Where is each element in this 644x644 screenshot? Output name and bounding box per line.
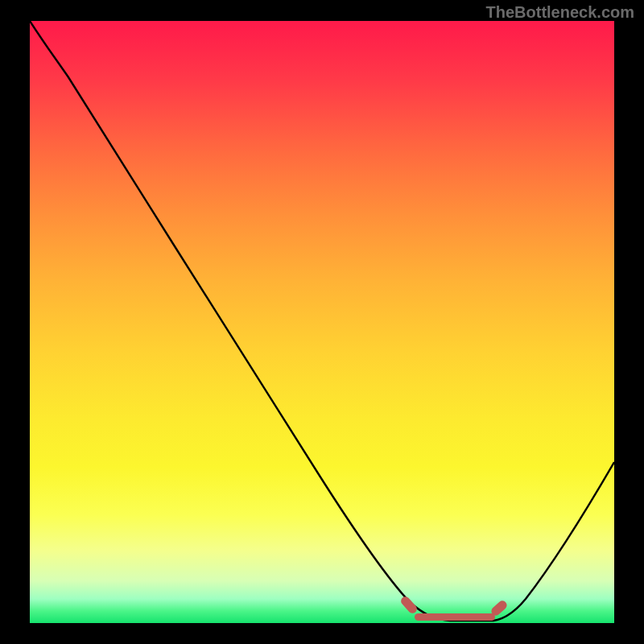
watermark-text: TheBottleneck.com: [486, 3, 634, 22]
chart-plot-area: [30, 21, 614, 623]
bottleneck-curve-path: [30, 21, 614, 621]
curve-minimum-highlight-flat: [415, 613, 495, 621]
chart-curve-svg: [30, 21, 614, 623]
